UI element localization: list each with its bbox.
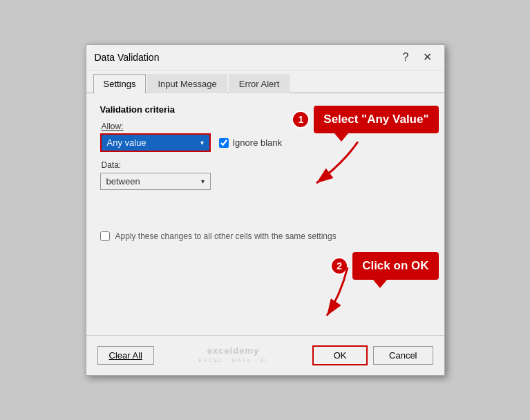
data-row: between ▾ [100, 173, 430, 190]
data-value: between [106, 176, 140, 187]
cancel-button[interactable]: Cancel [373, 346, 433, 365]
callout2-arrow [306, 267, 354, 323]
help-button[interactable]: ? [399, 50, 413, 64]
title-bar: Data Validation ? ✕ [86, 45, 444, 70]
dialog-title: Data Validation [95, 52, 160, 63]
tab-error-alert[interactable]: Error Alert [229, 74, 290, 93]
data-chevron: ▾ [201, 178, 205, 185]
dialog-content: Validation criteria Allow: Any value ▾ I… [86, 93, 444, 335]
tab-bar: Settings Input Message Error Alert [86, 70, 444, 93]
callout2-badge: 2 [330, 257, 348, 275]
ignore-blank-text: Ignore blank [233, 137, 283, 148]
allow-label: Allow: [102, 122, 430, 131]
watermark-tagline: EXCEL · DATA · BI [198, 357, 268, 364]
ignore-blank-label: Ignore blank [219, 137, 283, 148]
tab-input-message[interactable]: Input Message [147, 74, 227, 93]
apply-changes-checkbox[interactable] [100, 231, 110, 241]
data-label: Data: [102, 160, 430, 170]
callout2-box: Click on OK [352, 252, 438, 280]
watermark-logo: exceldemy [198, 345, 268, 357]
watermark: exceldemy EXCEL · DATA · BI [198, 343, 268, 368]
clear-all-button[interactable]: Clear All [97, 346, 154, 365]
allow-row: Any value ▾ Ignore blank [100, 133, 430, 152]
clear-all-label: Clear All [109, 350, 142, 361]
validation-criteria-label: Validation criteria [100, 104, 430, 115]
dialog-footer: Clear All exceldemy EXCEL · DATA · BI OK… [86, 335, 444, 375]
callout2-container: 2 Click on OK [330, 252, 438, 280]
apply-changes-text: Apply these changes to all other cells w… [115, 231, 337, 241]
ok-button[interactable]: OK [312, 345, 368, 365]
data-dropdown[interactable]: between ▾ [100, 173, 211, 190]
ignore-blank-checkbox[interactable] [219, 138, 229, 148]
allow-chevron: ▾ [200, 139, 204, 146]
data-validation-dialog: Data Validation ? ✕ Settings Input Messa… [86, 44, 445, 376]
tab-settings[interactable]: Settings [93, 74, 146, 93]
allow-value: Any value [107, 137, 146, 148]
allow-dropdown[interactable]: Any value ▾ [100, 133, 211, 152]
apply-changes-row: Apply these changes to all other cells w… [100, 231, 430, 241]
close-button[interactable]: ✕ [419, 50, 436, 64]
